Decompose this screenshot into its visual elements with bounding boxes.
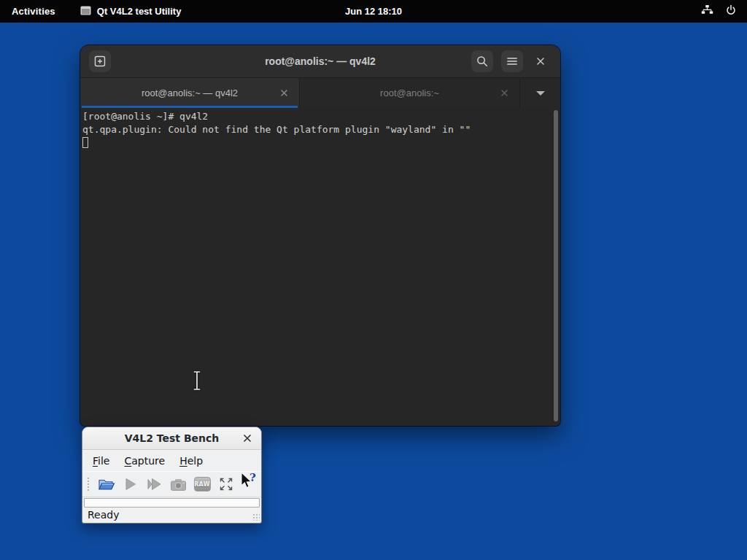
focused-app-menu[interactable]: Qt V4L2 test Utility [80, 6, 182, 18]
fullscreen-button[interactable] [216, 474, 236, 494]
v4l2-toolbar: RAW [82, 471, 261, 497]
top-bar: Activities Qt V4L2 test Utility Jun 12 1… [0, 0, 747, 23]
camera-icon [169, 476, 187, 493]
chevron-down-icon [536, 91, 545, 96]
terminal-scrollbar[interactable] [554, 110, 558, 421]
terminal-line: qt.qpa.plugin: Could not find the Qt pla… [82, 123, 558, 136]
tab-close-button[interactable] [278, 88, 290, 99]
v4l2-close-button[interactable] [241, 432, 254, 445]
terminal-screen[interactable]: [root@anolis ~]# qv4l2 qt.qpa.plugin: Co… [80, 108, 560, 425]
step-frame-button [144, 474, 164, 494]
open-device-button[interactable] [96, 474, 116, 494]
close-icon [500, 89, 508, 97]
terminal-cursor-line [82, 136, 558, 149]
tab-inactive[interactable]: root@anolis:~ [300, 78, 520, 108]
terminal-close-button[interactable] [531, 52, 550, 71]
menu-file[interactable]: File [85, 452, 117, 470]
tab-close-button[interactable] [498, 88, 510, 99]
activities-button[interactable]: Activities [12, 6, 55, 17]
close-icon [243, 434, 252, 443]
terminal-window: root@anolis:~ — qv4l2 root@anoli [80, 45, 560, 426]
new-tab-button[interactable] [89, 50, 111, 72]
tab-overflow-button[interactable] [520, 78, 560, 108]
hamburger-icon [505, 54, 519, 69]
focused-app-name: Qt V4L2 test Utility [97, 6, 182, 17]
close-icon [280, 89, 288, 97]
terminal-tab-bar: root@anolis:~ — qv4l2 root@anolis:~ [80, 78, 560, 108]
v4l2-test-bench-window: V4L2 Test Bench File Capture Help [82, 427, 262, 524]
fullscreen-arrows-icon [217, 475, 235, 493]
tab-label: root@anolis:~ — qv4l2 [142, 88, 238, 98]
status-text: Ready [88, 509, 119, 521]
power-icon [725, 4, 737, 19]
v4l2-central-widget [84, 498, 260, 508]
search-button[interactable] [471, 50, 493, 72]
toolbar-grip-handle[interactable] [86, 476, 90, 492]
v4l2-window-title: V4L2 Test Bench [125, 432, 220, 444]
close-icon [535, 56, 546, 66]
menu-button[interactable] [501, 50, 523, 72]
start-capturing-button [120, 474, 140, 494]
folder-open-icon [97, 475, 115, 493]
menu-capture[interactable]: Capture [117, 452, 172, 470]
tab-active[interactable]: root@anolis:~ — qv4l2 [80, 78, 300, 108]
v4l2-statusbar: Ready [82, 508, 261, 522]
search-icon [475, 54, 489, 69]
tab-label: root@anolis:~ [380, 88, 439, 98]
menu-help[interactable]: Help [172, 452, 210, 470]
resize-grip[interactable] [252, 513, 260, 521]
raw-icon: RAW [194, 477, 211, 491]
v4l2-titlebar[interactable]: V4L2 Test Bench [82, 427, 261, 450]
network-wired-icon [701, 4, 713, 19]
app-window-icon [80, 6, 91, 18]
v4l2-menubar: File Capture Help [82, 450, 261, 471]
system-status-area[interactable] [701, 4, 737, 19]
save-snapshot-button [168, 474, 188, 494]
terminal-line: [root@anolis ~]# qv4l2 [82, 110, 558, 123]
play-icon [122, 476, 138, 492]
terminal-headerbar[interactable]: root@anolis:~ — qv4l2 [80, 45, 560, 78]
save-raw-button: RAW [192, 474, 212, 494]
terminal-block-cursor [82, 137, 88, 148]
step-forward-icon [145, 476, 163, 492]
